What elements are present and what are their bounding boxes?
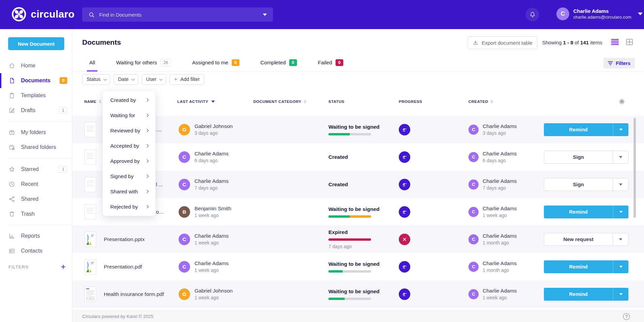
signature-status-icon[interactable] bbox=[399, 124, 410, 135]
sort-icon[interactable] bbox=[99, 100, 101, 103]
action-split-button: Remind bbox=[544, 123, 628, 136]
menu-item-label: Accepted by bbox=[110, 143, 139, 149]
status-cell: Waiting to be signed bbox=[328, 288, 393, 300]
document-name[interactable]: Presentation.pdf bbox=[104, 264, 142, 270]
status-cell: Waiting to be signed bbox=[328, 124, 393, 135]
filter-chip-date[interactable]: Date bbox=[114, 74, 138, 85]
failed-status-icon[interactable] bbox=[399, 234, 410, 245]
tab-completed[interactable]: Completed0 bbox=[260, 55, 297, 71]
add-filter-plus-icon[interactable]: + bbox=[61, 264, 66, 270]
action-button-sign[interactable]: Sign bbox=[544, 151, 613, 163]
action-dropdown-toggle[interactable] bbox=[613, 123, 628, 136]
sidebar-item-my-folders[interactable]: My folders bbox=[0, 125, 72, 140]
action-button-remind[interactable]: Remind bbox=[544, 206, 613, 218]
action-dropdown-toggle[interactable] bbox=[613, 178, 628, 191]
filter-chip-status[interactable]: Status bbox=[82, 74, 110, 85]
progress-bar-segment bbox=[328, 238, 371, 241]
sidebar-item-shared[interactable]: Shared bbox=[0, 192, 72, 207]
menu-item-accepted-by[interactable]: Accepted by bbox=[103, 138, 155, 153]
creator-name: Charlie Adams bbox=[483, 206, 517, 212]
filters-button[interactable]: Filters bbox=[603, 58, 635, 68]
document-thumbnail bbox=[84, 122, 96, 137]
search-scope-caret-icon[interactable] bbox=[263, 14, 267, 16]
filters-button-label: Filters bbox=[616, 61, 630, 66]
last-activity-user-name: Gabriel Johnson bbox=[194, 123, 233, 129]
menu-item-created-by[interactable]: Created by bbox=[103, 92, 155, 108]
action-split-button: Remind bbox=[544, 206, 628, 218]
menu-item-signed-by[interactable]: Signed by bbox=[103, 169, 155, 184]
sort-desc-icon[interactable] bbox=[211, 101, 215, 103]
action-button-remind[interactable]: Remind bbox=[544, 123, 613, 136]
sort-icon[interactable] bbox=[490, 100, 493, 103]
sidebar-item-home[interactable]: Home bbox=[0, 58, 72, 73]
tab-all[interactable]: All bbox=[89, 55, 95, 71]
column-settings-gear-icon[interactable] bbox=[619, 98, 625, 105]
help-icon[interactable]: ? bbox=[623, 313, 630, 320]
add-filter-button[interactable]: +Add filter bbox=[169, 74, 204, 85]
action-button-remind[interactable]: Remind bbox=[544, 260, 613, 273]
menu-item-rejected-by[interactable]: Rejected by bbox=[103, 199, 155, 214]
action-button-new-request[interactable]: New request bbox=[544, 233, 613, 245]
tab-failed[interactable]: Failed0 bbox=[318, 55, 343, 71]
column-header-created[interactable]: CREATED bbox=[461, 100, 544, 104]
new-document-button[interactable]: New Document bbox=[8, 37, 64, 50]
notifications-button[interactable] bbox=[526, 8, 539, 21]
sidebar-item-contacts[interactable]: Contacts bbox=[0, 243, 72, 258]
last-activity-user: Gabriel Johnson3 days ago bbox=[194, 123, 233, 136]
sidebar-item-drafts[interactable]: Drafts1 bbox=[0, 103, 72, 118]
signature-status-icon[interactable] bbox=[399, 151, 410, 163]
action-button-sign[interactable]: Sign bbox=[544, 178, 613, 191]
signature-status-icon[interactable] bbox=[399, 261, 410, 273]
sidebar: New Document HomeDocuments0TemplatesDraf… bbox=[0, 29, 72, 322]
action-dropdown-toggle[interactable] bbox=[613, 288, 628, 301]
menu-item-reviewed-by[interactable]: Reviewed by bbox=[103, 123, 155, 138]
menu-item-waiting-for[interactable]: Waiting for bbox=[103, 108, 155, 123]
user-menu[interactable]: C Charlie Adams charlie.adams@circularo.… bbox=[556, 7, 643, 20]
sidebar-item-recent[interactable]: Recent bbox=[0, 177, 72, 192]
export-document-table-button[interactable]: Export document table bbox=[468, 36, 537, 49]
column-header-last-activity[interactable]: LAST ACTIVITY bbox=[174, 100, 250, 104]
sidebar-item-templates[interactable]: Templates bbox=[0, 88, 72, 103]
sidebar-item-trash[interactable]: Trash bbox=[0, 207, 72, 221]
document-name[interactable]: o... bbox=[156, 209, 163, 215]
action-button-remind[interactable]: Remind bbox=[544, 288, 613, 301]
sidebar-item-documents[interactable]: Documents0 bbox=[0, 73, 72, 88]
vertical-scrollbar[interactable] bbox=[634, 118, 636, 218]
action-dropdown-toggle[interactable] bbox=[613, 206, 628, 218]
filter-chip-user[interactable]: User bbox=[142, 74, 166, 85]
menu-item-shared-with[interactable]: Shared with bbox=[103, 184, 155, 199]
action-dropdown-toggle[interactable] bbox=[613, 151, 628, 163]
sort-icon[interactable] bbox=[304, 100, 306, 103]
document-name[interactable]: l ... bbox=[156, 181, 163, 188]
signature-status-icon[interactable] bbox=[399, 179, 410, 190]
grid-view-icon[interactable] bbox=[626, 39, 633, 45]
signature-status-icon[interactable] bbox=[399, 288, 410, 300]
sidebar-item-starred[interactable]: Starred1 bbox=[0, 162, 72, 177]
table-header-row: NAMELAST ACTIVITYDOCUMENT CATEGORYSTATUS… bbox=[72, 87, 644, 116]
sidebar-item-reports[interactable]: Reports bbox=[0, 229, 72, 243]
tab-label: Waiting for others bbox=[116, 60, 157, 66]
global-search-bar[interactable] bbox=[82, 7, 273, 22]
shared-folder-icon bbox=[8, 144, 15, 151]
table-row: CCharlie Adams6 days agoCreatedCCharlie … bbox=[72, 143, 644, 171]
action-dropdown-toggle[interactable] bbox=[613, 260, 628, 273]
circularo-logo[interactable]: circularo bbox=[12, 7, 74, 22]
document-name[interactable]: Health insurance form.pdf bbox=[104, 291, 164, 297]
last-activity-cell: CCharlie Adams6 days ago bbox=[174, 151, 250, 163]
menu-item-approved-by[interactable]: Approved by bbox=[103, 153, 155, 169]
tab-assigned-to-me[interactable]: Assigned to me0 bbox=[192, 55, 239, 71]
created-cell: CCharlie Adams7 days ago bbox=[461, 178, 544, 191]
document-name[interactable]: .... bbox=[156, 127, 162, 133]
action-dropdown-toggle[interactable] bbox=[613, 233, 628, 245]
signature-status-icon[interactable] bbox=[399, 206, 410, 218]
list-view-icon[interactable] bbox=[611, 39, 619, 45]
action-split-button: New request bbox=[544, 233, 628, 246]
document-name[interactable]: Presentation.pptx bbox=[104, 236, 145, 242]
caret-down-icon bbox=[619, 184, 622, 186]
column-header-label: STATUS bbox=[328, 100, 344, 104]
sidebar-item-shared-folders[interactable]: Shared folders bbox=[0, 140, 72, 155]
user-avatar: C bbox=[179, 179, 190, 190]
tab-waiting-for-others[interactable]: Waiting for others26 bbox=[116, 55, 171, 71]
column-header-document-category[interactable]: DOCUMENT CATEGORY bbox=[250, 100, 328, 104]
search-input[interactable] bbox=[99, 12, 263, 18]
